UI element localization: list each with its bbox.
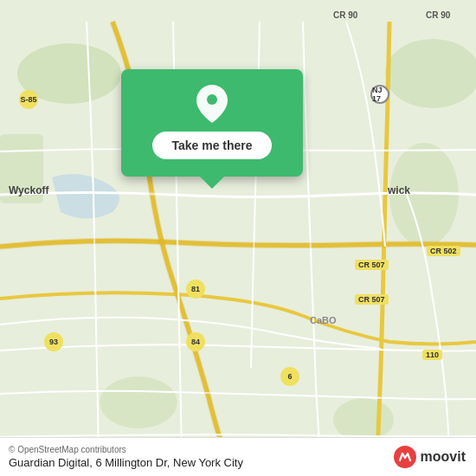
bottom-bar: © OpenStreetMap contributors Guardian Di… bbox=[0, 437, 476, 476]
take-me-there-button[interactable]: Take me there bbox=[152, 132, 271, 159]
s85-badge: S-85 bbox=[19, 90, 38, 109]
cr507-badge-2: CR 507 bbox=[355, 294, 389, 305]
location-card: Take me there bbox=[121, 69, 303, 177]
route-6-badge: 6 bbox=[280, 367, 299, 386]
cr507-badge-1: CR 507 bbox=[355, 260, 389, 270]
address-text: Guardian Digital, 6 Millington Dr, New Y… bbox=[9, 456, 243, 469]
map-container: CR 90 CR 90 81 NJ 17 CR 507 CR 507 CR 50… bbox=[0, 0, 476, 476]
osm-credit: © OpenStreetMap contributors bbox=[9, 445, 243, 454]
svg-point-6 bbox=[207, 94, 217, 105]
bottom-bar-left: © OpenStreetMap contributors Guardian Di… bbox=[9, 445, 243, 469]
moovit-text: moovit bbox=[421, 449, 466, 465]
svg-point-3 bbox=[100, 376, 177, 428]
nj17-badge: NJ 17 bbox=[370, 85, 389, 104]
route-81-badge-mid: 81 bbox=[186, 280, 205, 299]
moovit-icon bbox=[393, 445, 417, 469]
route-93-badge: 93 bbox=[44, 332, 63, 351]
route-110-badge: 110 bbox=[422, 350, 442, 360]
pin-icon bbox=[193, 85, 231, 123]
svg-point-1 bbox=[385, 39, 476, 108]
route-84-badge: 84 bbox=[186, 332, 205, 351]
moovit-logo: moovit bbox=[393, 445, 466, 469]
svg-point-5 bbox=[333, 398, 394, 441]
cr502-badge: CR 502 bbox=[427, 246, 460, 256]
